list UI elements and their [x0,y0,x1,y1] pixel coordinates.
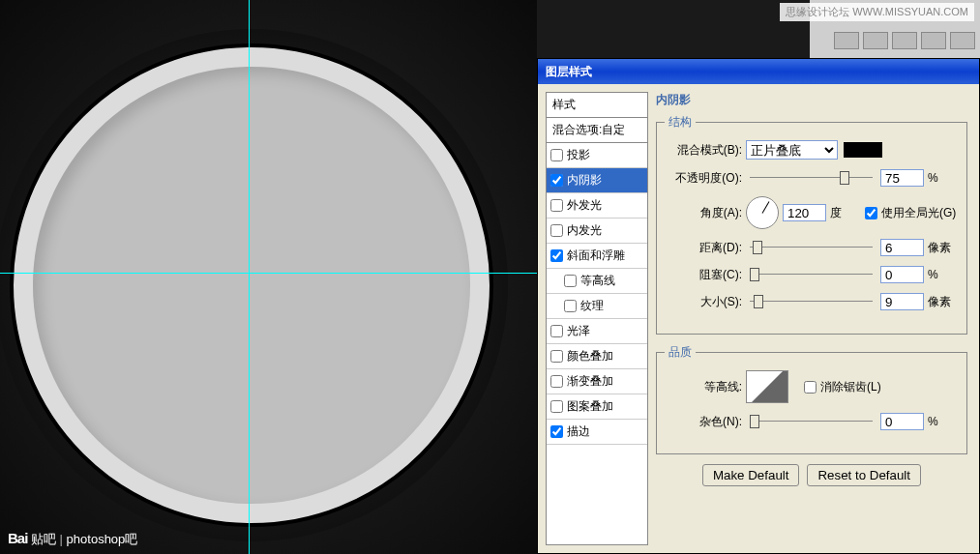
styles-list: 样式 混合选项:自定 投影内阴影外发光内发光斜面和浮雕等高线纹理光泽颜色叠加渐变… [546,92,648,545]
style-label: 投影 [567,147,590,163]
distance-input[interactable] [880,239,924,256]
effect-settings: 内阴影 结构 混合模式(B): 正片叠底 不透明度(O): % 角度(A): [656,92,971,545]
size-slider[interactable] [750,293,873,310]
panel-icon[interactable] [950,32,975,49]
blend-mode-label: 混合模式(B): [665,142,742,159]
style-label: 内发光 [567,222,602,239]
style-checkbox[interactable] [564,300,577,312]
make-default-button[interactable]: Make Default [702,464,800,486]
style-label: 光泽 [567,323,590,339]
style-item-图案叠加[interactable]: 图案叠加 [547,394,647,420]
noise-input[interactable] [880,413,924,430]
angle-input[interactable] [783,204,826,221]
antialias-checkbox[interactable] [804,381,817,394]
size-input[interactable] [880,293,924,310]
style-label: 图案叠加 [567,398,613,415]
degree-unit: 度 [830,205,861,221]
brand-logo: Bai [8,530,27,546]
style-checkbox[interactable] [550,249,563,262]
contour-picker[interactable] [746,370,788,403]
opacity-slider[interactable] [750,169,873,187]
layer-style-dialog: 图层样式 样式 混合选项:自定 投影内阴影外发光内发光斜面和浮雕等高线纹理光泽颜… [537,58,980,554]
style-label: 内阴影 [567,172,602,189]
watermark-top: 思缘设计论坛 WWW.MISSYUAN.COM [780,3,974,21]
watermark-bottom: Bai 贴吧 | photoshop吧 [8,530,137,548]
size-label: 大小(S): [665,294,742,310]
style-item-描边[interactable]: 描边 [547,420,647,445]
style-label: 颜色叠加 [567,348,613,364]
brand-product: 贴吧 [31,532,56,546]
photoshop-canvas [0,0,537,554]
opacity-label: 不透明度(O): [665,170,742,187]
panel-icon-row [834,32,975,49]
distance-slider[interactable] [750,239,873,256]
shadow-color-swatch[interactable] [844,142,882,158]
style-label: 纹理 [580,298,604,314]
dialog-title: 图层样式 [546,64,592,80]
style-checkbox[interactable] [550,350,563,363]
structure-group: 结构 混合模式(B): 正片叠底 不透明度(O): % 角度(A): 度 [656,114,967,335]
global-light-checkbox[interactable] [865,207,877,219]
brand-user: photoshop吧 [67,532,138,546]
style-item-外发光[interactable]: 外发光 [547,193,647,219]
blend-mode-select[interactable]: 正片叠底 [746,140,838,160]
guide-horizontal [0,273,537,274]
style-item-等高线[interactable]: 等高线 [547,269,647,294]
panel-icon[interactable] [921,32,946,49]
percent-unit: % [928,171,959,185]
style-checkbox[interactable] [550,224,563,237]
guide-vertical [249,0,250,554]
quality-legend: 品质 [665,344,696,361]
panel-icon[interactable] [892,32,917,49]
style-checkbox[interactable] [550,149,563,161]
style-item-内阴影[interactable]: 内阴影 [547,168,647,193]
opacity-input[interactable] [880,169,924,187]
antialias-label: 消除锯齿(L) [820,379,881,395]
structure-legend: 结构 [665,114,696,131]
panel-icon[interactable] [863,32,888,49]
artwork-ring-inner [33,67,470,504]
global-light-label: 使用全局光(G) [881,205,956,221]
panel-icon[interactable] [834,32,859,49]
contour-label: 等高线: [665,379,742,395]
style-item-渐变叠加[interactable]: 渐变叠加 [547,369,647,394]
blend-options-row[interactable]: 混合选项:自定 [547,118,647,143]
reset-default-button[interactable]: Reset to Default [807,464,921,486]
quality-group: 品质 等高线: 消除锯齿(L) 杂色(N): % [656,344,967,454]
dialog-titlebar[interactable]: 图层样式 [538,59,979,84]
style-checkbox[interactable] [550,375,563,388]
style-item-斜面和浮雕[interactable]: 斜面和浮雕 [547,244,647,269]
style-item-纹理[interactable]: 纹理 [547,294,647,319]
panel-title: 内阴影 [656,92,967,114]
styles-header: 样式 [547,93,647,118]
style-label: 描边 [567,423,590,440]
style-checkbox[interactable] [550,325,563,337]
distance-label: 距离(D): [665,240,742,256]
style-checkbox[interactable] [550,400,563,413]
style-label: 渐变叠加 [567,373,613,390]
style-checkbox[interactable] [550,174,563,187]
style-item-光泽[interactable]: 光泽 [547,319,647,344]
choke-input[interactable] [880,266,924,283]
choke-slider[interactable] [750,266,873,283]
px-unit: 像素 [928,294,959,310]
style-item-投影[interactable]: 投影 [547,143,647,168]
style-item-内发光[interactable]: 内发光 [547,219,647,244]
style-label: 斜面和浮雕 [567,248,625,264]
noise-label: 杂色(N): [665,414,742,430]
angle-dial[interactable] [746,196,779,229]
style-item-颜色叠加[interactable]: 颜色叠加 [547,344,647,369]
style-checkbox[interactable] [550,199,563,212]
style-label: 等高线 [580,273,615,289]
style-checkbox[interactable] [550,425,563,438]
style-label: 外发光 [567,197,602,214]
choke-label: 阻塞(C): [665,267,742,283]
angle-label: 角度(A): [665,205,742,221]
px-unit: 像素 [928,240,959,256]
style-checkbox[interactable] [564,275,577,287]
noise-slider[interactable] [750,413,873,430]
percent-unit: % [928,268,959,281]
percent-unit: % [928,415,959,428]
